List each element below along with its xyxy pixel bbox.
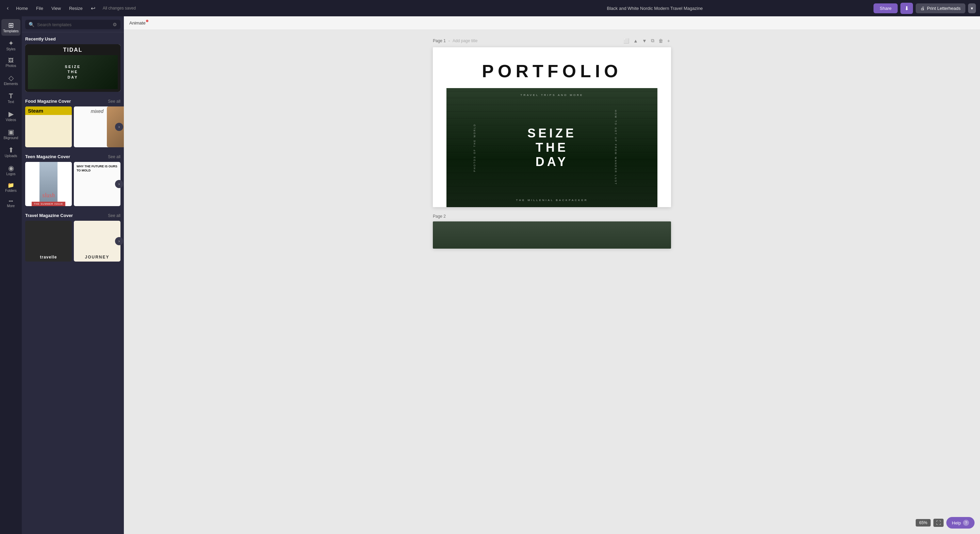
filter-icon[interactable]: ⚙	[113, 22, 117, 27]
bottom-bar: 65% ⛶ Help ?	[916, 517, 975, 529]
tidal-template[interactable]: TIDAL SEIZETHEDAY	[25, 44, 121, 92]
page1-container: Page 1 - Add page title ⬜ ▲ ▼ ⧉ 🗑 +	[433, 37, 671, 207]
portfolio-side-right: HOW TO GET UP FROM WANDER LUST	[614, 110, 617, 185]
food-next-arrow[interactable]: ›	[115, 123, 123, 131]
teen-magazine-title: Teen Magazine Cover	[25, 154, 70, 159]
sidebar-item-videos[interactable]: ▶ Videos	[2, 108, 21, 124]
home-nav-button[interactable]: Home	[13, 4, 31, 13]
template-travelle[interactable]: travelle	[25, 221, 72, 262]
travel-template-grid: travelle JOURNEY ›	[25, 221, 121, 262]
save-status: All changes saved	[103, 6, 136, 11]
recently-used-header: Recently Used	[25, 37, 121, 41]
animate-bar: Animate	[124, 16, 980, 30]
templates-panel: 🔍 ⚙ Recently Used TIDAL SEIZETHEDAY	[22, 16, 124, 534]
page1-up-button[interactable]: ▲	[632, 37, 639, 44]
print-dropdown-button[interactable]: ▾	[968, 3, 976, 13]
travel-magazine-title: Travel Magazine Cover	[25, 213, 73, 218]
page1-duplicate-button[interactable]: ⧉	[650, 37, 655, 44]
page2-preview	[433, 221, 671, 249]
travel-next-arrow[interactable]: ›	[115, 237, 123, 245]
search-bar: 🔍 ⚙	[22, 16, 124, 32]
photos-icon: 🖼	[8, 58, 14, 63]
portfolio-image-block: SEIZE THE DAY TRAVEL TRIPS AND MORE PHOT…	[447, 88, 657, 207]
travelle-title: travelle	[40, 255, 57, 259]
print-icon: 🖨	[920, 6, 925, 11]
print-button[interactable]: 🖨 Print Letterheads	[916, 3, 966, 13]
more-icon: •••	[9, 199, 13, 203]
sidebar-item-templates[interactable]: ⊞ Templates	[2, 19, 21, 36]
sidebar-item-logos[interactable]: ◉ Logos	[2, 162, 21, 178]
portfolio-title: PORTFOLIO	[447, 61, 657, 81]
sidebar-item-uploads[interactable]: ⬆ Uploads	[2, 144, 21, 161]
back-button[interactable]: ‹	[4, 4, 11, 13]
canvas-scroll[interactable]: Page 1 - Add page title ⬜ ▲ ▼ ⧉ 🗑 +	[124, 30, 980, 534]
slush-footer: THE SUMMER ISSUE	[32, 202, 65, 206]
search-input-wrapper[interactable]: 🔍 ⚙	[25, 20, 121, 29]
sidebar-item-elements[interactable]: ◇ Elements	[2, 72, 21, 89]
search-input[interactable]	[37, 22, 110, 27]
template-steam[interactable]: Steam	[25, 106, 72, 147]
view-nav-button[interactable]: View	[48, 4, 64, 13]
portfolio-page: PORTFOLIO SEIZE THE DAY TRAVEL TRIPS AND…	[433, 47, 671, 207]
page1-canvas[interactable]: PORTFOLIO SEIZE THE DAY TRAVEL TRIPS AND…	[433, 47, 671, 207]
undo-button[interactable]: ↩	[88, 3, 99, 14]
sidebar-item-photos[interactable]: 🖼 Photos	[2, 55, 21, 70]
teen-see-all[interactable]: See all	[108, 154, 121, 159]
travel-magazine-header: Travel Magazine Cover See all	[25, 213, 121, 218]
resize-nav-button[interactable]: Resize	[66, 4, 86, 13]
template-why[interactable]: WHY THE FUTURE IS OURS TO MOLD	[74, 162, 121, 206]
page1-label-bar: Page 1 - Add page title ⬜ ▲ ▼ ⧉ 🗑 +	[433, 37, 671, 44]
page1-label: Page 1 - Add page title	[433, 38, 477, 43]
page1-down-button[interactable]: ▼	[641, 37, 648, 44]
template-journey[interactable]: JOURNEY	[74, 221, 121, 262]
share-button[interactable]: Share	[873, 3, 898, 13]
download-button[interactable]: ⬇	[900, 3, 913, 14]
teen-next-arrow[interactable]: ›	[115, 180, 123, 188]
sidebar-item-styles[interactable]: ✦ Styles	[2, 37, 21, 54]
tidal-image: SEIZETHEDAY	[28, 55, 118, 89]
uploads-icon: ⬆	[8, 146, 14, 153]
page1-frame-button[interactable]: ⬜	[622, 37, 630, 44]
recently-used-thumb[interactable]: TIDAL SEIZETHEDAY	[25, 44, 121, 92]
page1-add-button[interactable]: +	[666, 37, 671, 44]
document-title: Black and White Nordic Modern Travel Mag…	[439, 6, 871, 11]
travel-magazine-section: Travel Magazine Cover See all travelle J…	[25, 213, 121, 262]
food-template-grid: Steam mixed ›	[25, 106, 121, 147]
page2-label-bar: Page 2	[433, 214, 671, 219]
templates-scroll: Recently Used TIDAL SEIZETHEDAY Food Mag…	[22, 32, 124, 534]
travel-see-all[interactable]: See all	[108, 213, 121, 218]
file-nav-button[interactable]: File	[33, 4, 47, 13]
icon-sidebar: ⊞ Templates ✦ Styles 🖼 Photos ◇ Elements…	[0, 16, 22, 534]
page2-label: Page 2	[433, 214, 446, 219]
topbar: ‹ Home File View Resize ↩ All changes sa…	[0, 0, 980, 16]
teen-magazine-header: Teen Magazine Cover See all	[25, 154, 121, 159]
sidebar-item-text[interactable]: T Text	[2, 90, 21, 106]
journey-title: JOURNEY	[85, 255, 109, 259]
portfolio-day: DAY	[527, 155, 576, 169]
page2-canvas[interactable]	[433, 221, 671, 249]
page1-delete-button[interactable]: 🗑	[657, 37, 664, 44]
sidebar-item-more[interactable]: ••• More	[2, 197, 21, 211]
main-layout: ⊞ Templates ✦ Styles 🖼 Photos ◇ Elements…	[0, 16, 980, 534]
styles-icon: ✦	[8, 40, 14, 47]
food-magazine-header: Food Magazine Cover See all	[25, 99, 121, 104]
food-see-all[interactable]: See all	[108, 99, 121, 104]
page2-container: Page 2	[433, 214, 671, 249]
portfolio-seize: SEIZE	[527, 126, 576, 140]
animate-button[interactable]: Animate	[129, 21, 146, 25]
portfolio-the: THE	[527, 140, 576, 155]
template-slush[interactable]: slush THE SUMMER ISSUE	[25, 162, 72, 206]
page1-actions: ⬜ ▲ ▼ ⧉ 🗑 +	[622, 37, 671, 44]
help-icon: ?	[963, 520, 969, 526]
tidal-seize-text: SEIZETHEDAY	[65, 64, 81, 80]
fullscreen-button[interactable]: ⛶	[933, 519, 943, 527]
sidebar-item-bkground[interactable]: ▣ Bkground	[2, 126, 21, 143]
bkground-icon: ▣	[8, 129, 14, 135]
why-title: WHY THE FUTURE IS OURS TO MOLD	[76, 165, 118, 172]
canvas-area: Animate Page 1 - Add page title ⬜ ▲ ▼	[124, 16, 980, 534]
help-button[interactable]: Help ?	[946, 517, 975, 529]
sidebar-item-folders[interactable]: 📁 Folders	[2, 180, 21, 195]
zoom-label: 65%	[916, 519, 931, 526]
food-magazine-section: Food Magazine Cover See all Steam mixed	[25, 99, 121, 147]
portfolio-travel-trips: TRAVEL TRIPS AND MORE	[520, 94, 584, 97]
